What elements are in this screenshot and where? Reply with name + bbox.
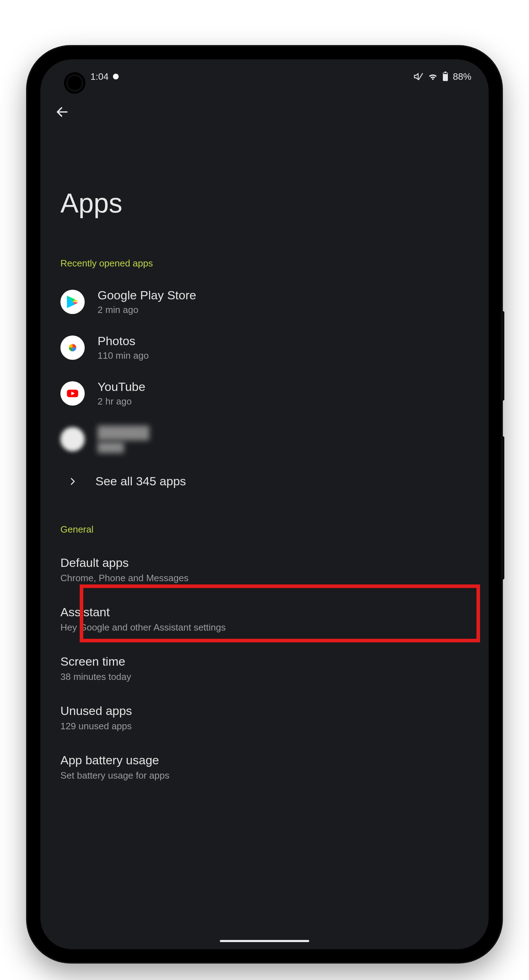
back-button[interactable]: [51, 100, 74, 124]
power-button[interactable]: [501, 436, 504, 579]
app-name: Photos: [98, 334, 149, 348]
app-sub: 2 min ago: [98, 304, 196, 315]
settings-item-screen-time[interactable]: Screen time 38 minutes today: [60, 644, 469, 693]
home-indicator[interactable]: [220, 940, 309, 942]
photos-icon: [60, 336, 85, 360]
settings-title: Default apps: [60, 556, 469, 570]
status-time: 1:04: [91, 71, 109, 82]
settings-title: Unused apps: [60, 704, 469, 718]
settings-sub: 38 minutes today: [60, 671, 469, 682]
app-name: ██████: [98, 426, 149, 439]
youtube-icon: [60, 381, 85, 406]
settings-title: Screen time: [60, 654, 469, 668]
chevron-right-icon: [64, 476, 81, 487]
settings-title: Assistant: [60, 605, 469, 619]
settings-sub: Set battery usage for apps: [60, 770, 469, 781]
volume-button[interactable]: [501, 311, 504, 401]
app-sub: 110 min ago: [98, 350, 149, 361]
recent-app-item[interactable]: Photos 110 min ago: [60, 325, 469, 371]
section-recent-header: Recently opened apps: [60, 251, 469, 279]
app-sub: ████: [98, 442, 149, 453]
settings-title: App battery usage: [60, 753, 469, 767]
svg-rect-2: [444, 72, 446, 73]
app-name: YouTube: [98, 380, 146, 394]
play-store-icon: [60, 290, 85, 314]
status-bar: 1:04: [40, 59, 489, 94]
app-name: Google Play Store: [98, 288, 196, 302]
see-all-apps-button[interactable]: See all 345 apps: [60, 462, 469, 500]
recent-app-item[interactable]: Google Play Store 2 min ago: [60, 279, 469, 325]
phone-frame: 1:04: [27, 46, 502, 962]
settings-sub: Hey Google and other Assistant settings: [60, 622, 469, 633]
settings-sub: 129 unused apps: [60, 721, 469, 732]
recent-app-item[interactable]: ██████ ████: [60, 416, 469, 462]
front-camera: [66, 75, 83, 92]
recent-app-item[interactable]: YouTube 2 hr ago: [60, 371, 469, 416]
settings-item-default-apps[interactable]: Default apps Chrome, Phone and Messages: [60, 545, 469, 595]
battery-percent: 88%: [453, 71, 472, 82]
wifi-icon: [428, 72, 438, 81]
status-dot-icon: [113, 74, 119, 80]
see-all-label: See all 345 apps: [95, 474, 186, 488]
app-sub: 2 hr ago: [98, 396, 146, 407]
battery-icon: [442, 72, 449, 81]
mute-icon: [413, 72, 424, 81]
section-general-header: General: [60, 517, 469, 545]
screen: 1:04: [40, 59, 489, 949]
arrow-left-icon: [55, 105, 69, 119]
svg-line-0: [419, 73, 423, 80]
settings-item-assistant[interactable]: Assistant Hey Google and other Assistant…: [60, 595, 469, 644]
blurred-app-icon: [60, 427, 85, 451]
settings-sub: Chrome, Phone and Messages: [60, 573, 469, 584]
page-title: Apps: [40, 130, 489, 251]
app-bar: [40, 94, 489, 130]
settings-item-unused-apps[interactable]: Unused apps 129 unused apps: [60, 693, 469, 743]
settings-item-battery-usage[interactable]: App battery usage Set battery usage for …: [60, 743, 469, 792]
svg-rect-3: [443, 73, 447, 74]
